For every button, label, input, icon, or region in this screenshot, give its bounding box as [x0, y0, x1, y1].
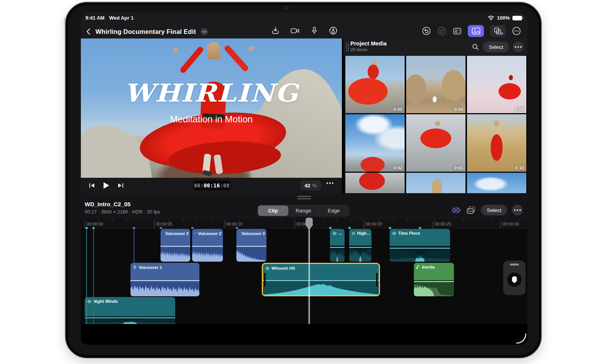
timeline-clip-sfx-1[interactable]: ...	[330, 229, 345, 262]
mic-icon	[163, 231, 163, 236]
back-button[interactable]	[85, 28, 91, 35]
ipad-device: 9:41 AM Wed Apr 1 100% Whirling Document…	[65, 2, 542, 359]
timeline-resize-handle[interactable]	[297, 196, 311, 200]
media-thumbnail[interactable]	[406, 173, 465, 193]
timeline-clip-night-winds[interactable]: Night Winds	[85, 297, 175, 324]
screen-corner-highlight	[516, 334, 526, 344]
media-thumbnail[interactable]: 0:03	[406, 56, 465, 113]
mic-icon	[194, 231, 196, 236]
clip-connection-marker	[329, 227, 331, 229]
timeline-clip-inertia[interactable]: Inertia	[414, 263, 454, 296]
media-thumbnail[interactable]	[467, 173, 526, 193]
clip-connection-marker	[389, 227, 391, 229]
media-search-button[interactable]	[472, 43, 479, 50]
edit-mode-segmented-control: Clip Range Edge	[257, 205, 350, 217]
timeline-clip-time-piece[interactable]: Time Piece	[390, 229, 450, 262]
mic-icon	[239, 231, 239, 236]
timeline-clip-voiceover-3[interactable]: Voiceover 3	[236, 229, 266, 262]
voiceover-record-button[interactable]	[310, 26, 318, 35]
effects-button[interactable]	[490, 25, 506, 37]
timeline: WD_Intro_C2_05 00:27 · 3840 × 2160 · HDR…	[81, 193, 527, 324]
timeline-clip-sfx-high[interactable]: High...	[349, 229, 372, 262]
ruler-label: 00:00:20	[364, 221, 382, 229]
video-viewer[interactable]: WHIRLING Meditation in Motion	[81, 38, 342, 178]
jog-wheel[interactable]	[503, 260, 526, 295]
media-thumbnail[interactable]: 0:02	[345, 56, 405, 113]
redo-button[interactable]	[437, 26, 447, 36]
timeline-clip-voiceover-2a[interactable]: Voiceover 2	[161, 229, 190, 262]
media-panel-title: Project Media	[350, 40, 387, 47]
media-more-button[interactable]	[513, 42, 524, 52]
viewer-zoom-control[interactable]: 42%	[300, 180, 321, 190]
connected-clips-button[interactable]	[466, 206, 476, 215]
media-thumbnail[interactable]	[345, 173, 405, 193]
more-button[interactable]	[512, 26, 521, 36]
ellipsis-icon	[512, 26, 521, 36]
timeline-clip-whoosh-hit[interactable]: Whoosh Hit	[262, 263, 380, 296]
clip-label: Voiceover 2	[165, 231, 189, 236]
media-browser-button[interactable]	[468, 25, 484, 37]
magnetic-timeline-button[interactable]	[451, 205, 461, 215]
jog-drag-handle[interactable]	[510, 264, 519, 265]
clip-connection-marker	[348, 227, 351, 229]
media-thumbnail[interactable]: 0:02	[345, 114, 405, 172]
mic-icon	[133, 265, 137, 270]
waveform-icon	[265, 266, 270, 270]
draw-button[interactable]	[329, 26, 338, 35]
front-camera	[285, 6, 288, 9]
clip-duration: 0:03	[454, 107, 463, 112]
photo-icon	[472, 27, 480, 35]
undo-button[interactable]	[422, 26, 431, 36]
trim-handle-right[interactable]	[376, 273, 378, 287]
clip-label: Night Winds	[93, 299, 118, 304]
media-thumbnail[interactable]: 0:01	[406, 114, 465, 172]
media-item-count: 26 Items	[350, 47, 367, 52]
timeline-clip-name: WD_Intro_C2_05	[85, 201, 131, 207]
mode-clip[interactable]: Clip	[258, 205, 288, 216]
trim-handle-left[interactable]	[264, 273, 266, 287]
inspector-button[interactable]	[452, 27, 462, 35]
viewer-more-button[interactable]	[326, 182, 333, 184]
title-menu-button[interactable]	[201, 28, 208, 35]
wifi-icon	[488, 15, 494, 20]
camera-icon	[290, 27, 300, 35]
skip-back-button[interactable]	[89, 182, 95, 189]
effects-notification-dot	[501, 32, 503, 35]
mode-range[interactable]: Range	[288, 205, 319, 216]
search-icon	[472, 43, 479, 50]
top-toolbar: 9:41 AM Wed Apr 1 100% Whirling Document…	[81, 12, 527, 38]
clip-connection-marker	[160, 227, 162, 229]
timeline-select-button[interactable]: Select	[481, 205, 507, 215]
clip-label: High...	[357, 231, 370, 235]
video-overlay-title: WHIRLING	[81, 78, 342, 107]
waveform-icon	[87, 299, 91, 304]
skip-forward-button[interactable]	[117, 182, 124, 189]
clip-connection-marker	[236, 227, 238, 229]
redo-icon	[437, 26, 447, 36]
panel-resize-handle[interactable]	[346, 42, 349, 52]
clip-connection-marker	[92, 227, 95, 229]
connection-line	[86, 229, 87, 324]
waveform-icon	[392, 231, 396, 235]
timeline-more-button[interactable]	[512, 205, 523, 215]
timeline-clip-voiceover-2b[interactable]: Voiceover 2	[192, 229, 223, 262]
timeline-clip-info: 00:27 · 3840 × 2160 · HDR · 30 fps	[85, 209, 160, 215]
battery-percent: 100%	[497, 15, 510, 21]
media-thumbnail[interactable]: 0:02	[467, 56, 526, 113]
record-camera-button[interactable]	[290, 27, 300, 35]
inspector-icon	[452, 27, 462, 35]
media-select-button[interactable]: Select	[483, 42, 509, 52]
playhead[interactable]	[309, 219, 310, 324]
mode-edge[interactable]: Edge	[318, 205, 349, 216]
export-button[interactable]	[271, 26, 280, 35]
play-button[interactable]	[103, 182, 110, 189]
timecode-display[interactable]: 00:00:16:08	[193, 180, 230, 190]
status-bar: 9:41 AM Wed Apr 1	[85, 15, 134, 21]
timeline-clip-voiceover-1[interactable]: Voiceover 1	[131, 263, 199, 296]
clip-connection-marker	[191, 227, 194, 229]
media-thumbnail[interactable]: 0:10	[467, 114, 526, 172]
ruler-label: 00:00:10	[224, 221, 243, 229]
timeline-ruler[interactable]: 00:00:00 00:00:05 00:00:10 00:00:15 00:0…	[81, 219, 527, 229]
ruler-label: 00:00:05	[154, 221, 172, 229]
magnetic-timeline-icon	[451, 205, 461, 215]
